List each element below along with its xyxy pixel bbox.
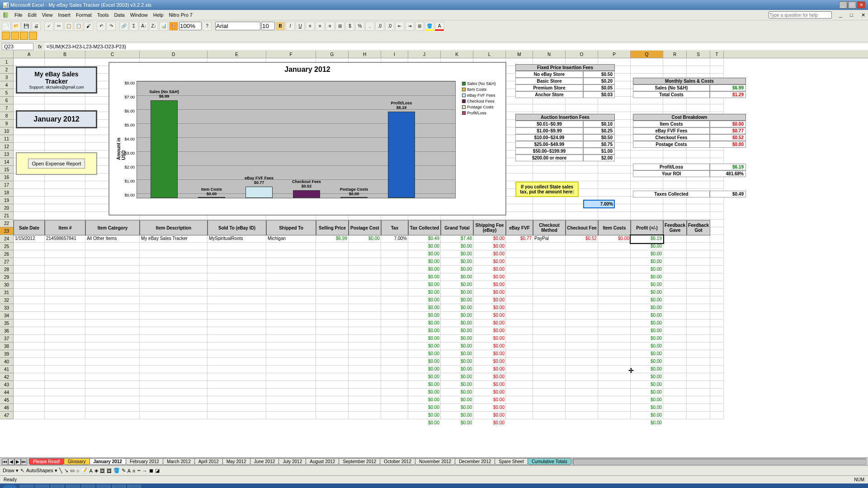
data-cell[interactable] xyxy=(85,328,140,335)
data-cell[interactable] xyxy=(316,274,349,282)
data-cell[interactable]: $0.00 xyxy=(441,335,473,343)
data-cell[interactable] xyxy=(381,328,408,335)
data-header[interactable]: Grand Total xyxy=(441,220,473,235)
data-cell[interactable] xyxy=(506,243,533,251)
data-cell[interactable] xyxy=(687,251,710,258)
col-header-J[interactable]: J xyxy=(408,51,441,58)
redo-icon[interactable]: ↷ xyxy=(107,22,116,31)
data-cell[interactable] xyxy=(208,343,266,351)
data-cell[interactable] xyxy=(316,381,349,389)
taskbar-media-icon[interactable] xyxy=(51,485,64,488)
data-cell[interactable] xyxy=(45,404,85,412)
data-cell[interactable] xyxy=(208,328,266,335)
data-cell[interactable] xyxy=(316,358,349,366)
comma-icon[interactable]: , xyxy=(365,22,374,31)
data-cell[interactable] xyxy=(316,397,349,404)
data-cell[interactable] xyxy=(687,374,710,381)
data-cell[interactable] xyxy=(687,243,710,251)
row-header-47[interactable]: 47 xyxy=(0,412,14,419)
data-cell[interactable] xyxy=(598,312,631,320)
link-icon[interactable]: 🔗 xyxy=(119,22,128,31)
taskbar-explorer-icon[interactable] xyxy=(35,485,49,488)
data-cell[interactable] xyxy=(316,251,349,258)
data-cell[interactable] xyxy=(140,404,208,412)
data-cell[interactable] xyxy=(45,312,85,320)
data-cell[interactable] xyxy=(598,420,631,427)
start-button[interactable] xyxy=(2,484,18,488)
data-cell[interactable] xyxy=(566,358,598,366)
col-header-G[interactable]: G xyxy=(316,51,349,58)
data-cell[interactable] xyxy=(598,274,631,282)
data-cell[interactable] xyxy=(349,251,381,258)
data-cell[interactable]: $0.00 xyxy=(473,274,506,282)
data-cell[interactable]: $0.00 xyxy=(408,374,441,381)
select-all-corner[interactable] xyxy=(0,51,14,58)
data-row[interactable]: $0.00$0.00$0.00$0.00 xyxy=(14,404,710,412)
data-cell[interactable]: $0.00 xyxy=(473,335,506,343)
menu-tools[interactable]: Tools xyxy=(97,12,109,18)
data-cell[interactable] xyxy=(506,328,533,335)
data-cell[interactable] xyxy=(566,343,598,351)
maximize-button[interactable]: □ xyxy=(848,1,856,9)
data-header[interactable]: Checkout Method xyxy=(533,220,566,235)
data-cell[interactable] xyxy=(208,258,266,266)
data-cell[interactable]: $0.00 xyxy=(441,366,473,374)
data-cell[interactable] xyxy=(598,397,631,404)
data-cell[interactable] xyxy=(533,404,566,412)
bold-button[interactable]: B xyxy=(276,22,285,31)
data-cell[interactable] xyxy=(14,358,45,366)
data-cell[interactable] xyxy=(316,351,349,358)
row-header-34[interactable]: 34 xyxy=(0,312,14,319)
data-cell[interactable] xyxy=(208,397,266,404)
data-cell[interactable] xyxy=(663,381,687,389)
data-cell[interactable]: $0.00 xyxy=(473,243,506,251)
data-cell[interactable] xyxy=(316,389,349,397)
sort-desc-icon[interactable]: Z↓ xyxy=(149,22,158,31)
data-cell[interactable] xyxy=(687,235,710,243)
row-header-8[interactable]: 8 xyxy=(0,112,14,120)
sheet-tab[interactable]: February 2012 xyxy=(126,458,163,465)
data-row[interactable]: $0.00$0.00$0.00$0.00 xyxy=(14,412,710,420)
row-header-40[interactable]: 40 xyxy=(0,358,14,366)
menu-nitro-pro-7[interactable]: Nitro Pro 7 xyxy=(169,12,193,18)
col-header-N[interactable]: N xyxy=(533,51,566,58)
data-cell[interactable] xyxy=(566,351,598,358)
col-header-A[interactable]: A xyxy=(14,51,45,58)
data-row[interactable]: $0.00$0.00$0.00$0.00 xyxy=(14,320,710,328)
clipart-icon[interactable]: 🖼 xyxy=(100,468,105,474)
data-cell[interactable] xyxy=(316,266,349,274)
sheet-tab[interactable]: Please Read! xyxy=(29,458,64,465)
data-cell[interactable] xyxy=(85,412,140,420)
data-cell[interactable] xyxy=(266,389,316,397)
data-cell[interactable] xyxy=(85,404,140,412)
data-cell[interactable] xyxy=(45,274,85,282)
data-cell[interactable] xyxy=(506,282,533,289)
data-cell[interactable] xyxy=(316,282,349,289)
data-cell[interactable] xyxy=(45,358,85,366)
data-cell[interactable] xyxy=(208,282,266,289)
data-cell[interactable] xyxy=(598,289,631,297)
data-cell[interactable] xyxy=(140,412,208,420)
data-cell[interactable] xyxy=(208,266,266,274)
data-cell[interactable] xyxy=(533,366,566,374)
row-header-4[interactable]: 4 xyxy=(0,81,14,89)
autoshapes-menu[interactable]: AutoShapes ▾ xyxy=(26,468,57,474)
data-cell[interactable]: $0.00 xyxy=(441,251,473,258)
data-cell[interactable] xyxy=(208,305,266,312)
dash-style-icon[interactable]: ┅ xyxy=(137,468,141,474)
data-cell[interactable] xyxy=(663,351,687,358)
data-cell[interactable] xyxy=(349,297,381,305)
data-cell[interactable] xyxy=(208,297,266,305)
help-input[interactable] xyxy=(769,11,832,19)
data-cell[interactable] xyxy=(687,297,710,305)
data-cell[interactable] xyxy=(506,258,533,266)
data-cell[interactable]: $6.19 xyxy=(631,235,663,243)
data-cell[interactable] xyxy=(14,343,45,351)
data-cell[interactable] xyxy=(316,328,349,335)
data-header[interactable]: Item # xyxy=(45,220,85,235)
data-header[interactable]: Item Category xyxy=(85,220,140,235)
data-cell[interactable] xyxy=(316,420,349,427)
data-cell[interactable]: 214598657841 xyxy=(45,235,85,243)
data-cell[interactable]: $0.00 xyxy=(441,289,473,297)
data-row[interactable]: 1/15/2012214598657841All Other ItemsMy e… xyxy=(14,235,710,243)
